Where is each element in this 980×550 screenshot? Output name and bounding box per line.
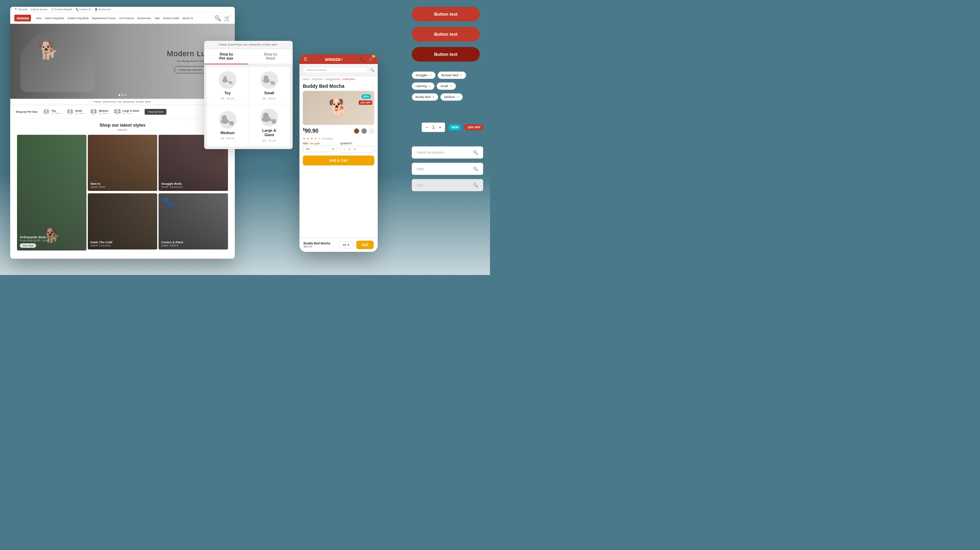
star-4: ★ [314,137,317,140]
button-2[interactable]: Button text [412,27,480,41]
search-input-2[interactable]: Input 🔍 [412,163,483,175]
mobile-logo-dot [340,58,343,60]
review-count[interactable]: 10 reviews [321,137,333,140]
search-input-3[interactable]: Input 🔍 [412,179,483,191]
breadcrumb-home[interactable]: Home [303,78,309,80]
filter-small-label: Small [440,84,448,88]
filter-tag-small[interactable]: Small ✕ [437,82,456,90]
toy-dog-icon [43,108,50,115]
hero-dot-1[interactable] [119,94,121,96]
color-brown[interactable] [354,128,360,134]
pet-size-medium[interactable]: Medium 33 – 49 cm [207,105,248,146]
mobile-search-input[interactable]: Search products ... [303,67,368,73]
tab-shop-need[interactable]: Shop by Need [248,49,293,64]
filter-snuggler-close[interactable]: ✕ [430,74,432,77]
filter-buddy-label: Buddy Bed [415,95,430,99]
hamburger-icon[interactable]: ☰ [304,57,307,62]
ortho-view-range-button[interactable]: View range [20,243,36,248]
nav-cat[interactable]: Cat Products [119,17,134,20]
nav-accessories[interactable]: Accessories [137,17,151,20]
hero-dot-3[interactable] [125,94,127,96]
filter-bumper-close[interactable]: ✕ [460,74,463,77]
pet-size-small[interactable]: Small 33 – 49 cm [249,67,290,104]
filter-small-close[interactable]: ✕ [450,85,452,88]
qty-control-minus[interactable]: − [425,124,428,130]
mobile-search-icon[interactable]: 🔍 [370,68,374,72]
svg-point-7 [264,76,268,80]
filter-tag-calming[interactable]: Calming ✕ [412,82,434,90]
qty-plus-button[interactable]: + [353,147,356,151]
nav-outdoor[interactable]: Outdoor Dog Beds [67,17,89,20]
desktop-cart-icon[interactable]: 🛒 [224,15,231,21]
hero-dot-2[interactable] [122,94,124,96]
mobile-phone-icon[interactable]: 📞 [360,57,365,62]
shop-by-need-button[interactable]: Shop by Need [145,109,166,115]
bottom-size-select[interactable]: XS ▾ [339,241,353,249]
modal-free-shipping: FREE SHIPPING ON ORDERS OVER $50* [204,41,293,49]
filter-calming-close[interactable]: ✕ [428,85,431,88]
mobile-add-to-cart-button[interactable]: Add to Cart [303,156,374,166]
small-pet-name: Small [264,91,274,95]
size-option-toy[interactable]: Toy 25 - 32 cm [43,108,61,115]
nav-factory[interactable]: Factory Outlet [163,17,179,20]
mobile-cart-button[interactable]: 🛒 3 [369,56,374,62]
mobile-search-placeholder: Search products ... [307,69,329,72]
qty-section: − 1 + NEW 10% OFF [422,123,483,132]
breadcrumb-dog-beds[interactable]: Dog Beds [312,78,323,80]
covers-title: Covers & Parts [161,241,225,244]
filter-tag-snuggler[interactable]: Snuggler ✕ [412,72,436,79]
contact-link[interactable]: 📞 Contact Us [76,8,92,11]
hero-shop-button[interactable]: Shop new collection [174,66,207,73]
shop-by-size-bar: Shop by Pet Size Toy 25 - 32 cm Small 33… [10,105,235,118]
about-link[interactable]: ℹ About Snooza [31,8,48,11]
stockists-link[interactable]: 📍 Stockists [14,8,27,11]
nav-new[interactable]: New [37,17,41,20]
product-card-covers[interactable]: 🐾 Covers & Parts SHOP PARTS [159,193,228,249]
nav-about[interactable]: About Us [182,17,193,20]
size-option-small[interactable]: Small 33 - 48 cm [67,108,85,115]
free-shipping-bar: FREE SHIPPING ON ORDERS OVER $50* [10,99,235,105]
search-inputs-section: Search for products ... 🔍 Input 🔍 Input … [412,146,483,191]
filter-medium-close[interactable]: ✕ [457,96,459,99]
pet-size-large[interactable]: Large &Giant 69 – 71 cm [249,105,290,146]
view-all-link[interactable]: View all › [16,128,229,131]
breadcrumb-snuggle-beds[interactable]: Snuggle Beds [325,78,340,80]
size-option-large[interactable]: Large & Giant 60 - 71 cm [114,108,139,115]
color-gray[interactable] [361,128,367,134]
nav-indoor[interactable]: Indoor Dog Beds [45,17,64,20]
filter-tag-buddy[interactable]: Buddy Bed ✕ [412,93,438,101]
svg-point-16 [230,123,232,126]
desktop-search-icon[interactable]: 🔍 [215,15,221,21]
desktop-hero: 🐕 Modern Luxe Our Buddy Bed in Oslo Shop… [10,24,235,99]
filter-tag-bumper[interactable]: Bumper Bed ✕ [438,72,466,79]
button-3[interactable]: Button text [412,47,480,62]
desktop-top-bar: 📍 Stockists ℹ About Snooza 📋 Product Reg… [10,7,235,13]
new-badge-large: NEW [449,124,461,130]
pet-size-toy[interactable]: Toy 25 – 32 cm [207,67,248,104]
desktop-nav-icons: 🔍 🛒 [215,15,231,21]
price-value: 90.90 [305,128,318,134]
size-option-medium[interactable]: Medium 30 - 60 cm [90,108,108,115]
toy-size-icon [219,71,237,89]
filter-tag-medium[interactable]: Medium ✕ [440,93,463,101]
product-card-cold[interactable]: Feels The Cold SHOP COCOON [88,193,157,249]
size-guide-link[interactable]: Size guide [310,142,320,145]
color-white[interactable] [369,128,374,134]
size-select[interactable]: XS ▾ [303,146,337,152]
qty-control-plus[interactable]: + [439,124,441,130]
nav-covers[interactable]: Replacement Covers [92,17,116,20]
nav-sale[interactable]: Sale [154,17,159,20]
desktop-logo[interactable]: snooza [14,14,31,21]
search-input-1[interactable]: Search for products ... 🔍 [412,146,483,159]
product-card-newin[interactable]: New In SHOP NEW [88,135,157,191]
tab-pet-size[interactable]: Shop by Pet size [204,49,248,64]
product-card-ortho[interactable]: 🐕 Orthopaedic Beds From AUD $135 / Oslo … [17,135,86,250]
button-1[interactable]: Button text [412,7,480,21]
filter-snuggler-label: Snuggler [415,73,428,77]
product-register-link[interactable]: 📋 Product Register [51,8,73,11]
my-account-link[interactable]: 👤 My Account [95,8,111,11]
bottom-add-button[interactable]: Add [356,241,374,249]
mobile-product-image: 🐕 NEW 10% OFF [303,91,374,125]
qty-minus-button[interactable]: − [343,147,345,151]
filter-buddy-close[interactable]: ✕ [432,96,434,99]
